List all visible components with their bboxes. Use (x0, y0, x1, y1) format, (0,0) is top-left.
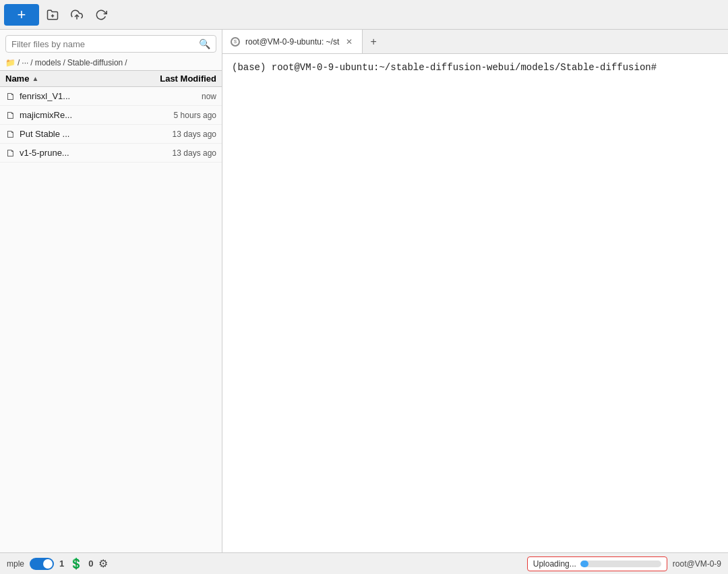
terminal-content[interactable]: (base) root@VM-0-9-ubuntu:~/stable-diffu… (222, 54, 728, 552)
toolbar: + (0, 0, 728, 30)
breadcrumb-sep: / (30, 58, 32, 67)
search-icon: 🔍 (199, 38, 210, 49)
status-left: mple 1 💲 0 ⚙ (7, 557, 522, 570)
main-layout: 🔍 📁 / ··· / models / Stable-diffusion / … (0, 30, 728, 552)
tab-bar: $ root@VM-0-9-ubuntu: ~/st ✕ + (222, 30, 728, 54)
file-list: 🗋 fenrisxl_V1... now 🗋 majicmixRe... 5 h… (0, 87, 222, 552)
upload-label: Uploading... (533, 559, 576, 569)
file-modified: now (135, 92, 216, 101)
status-right-text: root@VM-0-9 (673, 559, 721, 569)
toggle-switch[interactable] (30, 558, 54, 570)
search-input[interactable] (11, 39, 199, 49)
list-item[interactable]: 🗋 fenrisxl_V1... now (0, 87, 222, 106)
status-right: root@VM-0-9 (673, 559, 721, 569)
file-name: v1-5-prune... (20, 148, 135, 158)
upload-button[interactable] (66, 4, 88, 26)
terminal-tab-icon: $ (231, 37, 240, 47)
breadcrumb-stable-diffusion[interactable]: Stable-diffusion (67, 58, 123, 67)
terminal-line: (base) root@VM-0-9-ubuntu:~/stable-diffu… (232, 61, 719, 75)
dollar-icon: 💲 (69, 557, 83, 570)
terminal-tab-label: root@VM-0-9-ubuntu: ~/st (245, 37, 339, 47)
file-modified: 13 days ago (135, 148, 216, 158)
file-table-header: Name ▲ Last Modified (0, 70, 222, 87)
file-doc-icon: 🗋 (5, 90, 16, 102)
breadcrumb-sep: / (125, 58, 127, 67)
name-header-label: Name (5, 74, 29, 84)
breadcrumb-ellipsis[interactable]: ··· (22, 58, 28, 67)
file-name: majicmixRe... (20, 110, 135, 120)
refresh-icon (95, 9, 107, 21)
file-name: fenrisxl_V1... (20, 91, 135, 101)
progress-bar-track (580, 561, 661, 567)
file-panel: 🔍 📁 / ··· / models / Stable-diffusion / … (0, 30, 222, 552)
sort-arrow-icon: ▲ (32, 75, 38, 82)
status-bar: mple 1 💲 0 ⚙ Uploading... root@VM-0-9 (0, 552, 728, 574)
file-modified: 13 days ago (135, 130, 216, 139)
add-folder-button[interactable] (42, 4, 63, 26)
settings-icon[interactable]: ⚙ (98, 557, 108, 570)
status-zero: 0 (88, 558, 93, 569)
file-doc-icon: 🗋 (5, 128, 16, 140)
list-item[interactable]: 🗋 v1-5-prune... 13 days ago (0, 144, 222, 163)
breadcrumb-sep: / (63, 58, 65, 67)
file-modified: 5 hours ago (135, 111, 216, 120)
upload-area: Uploading... (527, 556, 667, 571)
refresh-button[interactable] (90, 4, 112, 26)
add-tab-button[interactable]: + (363, 30, 384, 53)
file-doc-icon: 🗋 (5, 147, 16, 159)
toggle-label: mple (7, 559, 24, 569)
breadcrumb: 📁 / ··· / models / Stable-diffusion / (0, 55, 222, 70)
terminal-tab[interactable]: $ root@VM-0-9-ubuntu: ~/st ✕ (222, 30, 363, 53)
col-name-header[interactable]: Name ▲ (5, 74, 135, 84)
breadcrumb-models[interactable]: models (35, 58, 61, 67)
breadcrumb-sep: / (18, 58, 20, 67)
tab-close-button[interactable]: ✕ (344, 36, 354, 48)
col-modified-header[interactable]: Last Modified (135, 74, 216, 84)
file-name: Put Stable ... (20, 129, 135, 139)
list-item[interactable]: 🗋 Put Stable ... 13 days ago (0, 125, 222, 144)
upload-icon (71, 9, 83, 21)
progress-bar-fill (580, 561, 588, 567)
folder-add-icon (47, 9, 59, 21)
modified-header-label: Last Modified (160, 74, 216, 84)
list-item[interactable]: 🗋 majicmixRe... 5 hours ago (0, 106, 222, 125)
toggle-slider (30, 558, 54, 570)
search-bar: 🔍 (5, 35, 216, 53)
status-count: 1 (59, 558, 64, 569)
terminal-panel: $ root@VM-0-9-ubuntu: ~/st ✕ + (base) ro… (222, 30, 728, 552)
folder-icon: 📁 (5, 58, 16, 67)
new-button[interactable]: + (4, 4, 39, 26)
file-doc-icon: 🗋 (5, 109, 16, 121)
